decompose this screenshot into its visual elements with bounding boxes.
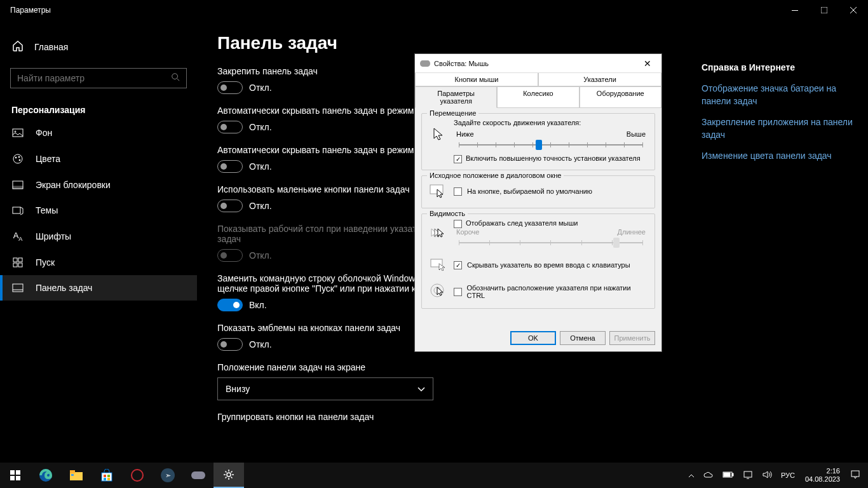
svg-rect-42: [744, 471, 752, 477]
sidebar-item-fonts[interactable]: AA Шрифты: [0, 223, 197, 250]
hide-typing-icon: [428, 255, 449, 275]
sidebar-home[interactable]: Главная: [0, 33, 197, 60]
toggle-state: Откл.: [249, 250, 272, 261]
ctrl-locate-icon: [428, 281, 449, 302]
help-link[interactable]: Изменение цвета панели задач: [702, 150, 860, 163]
toggle-small-buttons[interactable]: [217, 200, 243, 212]
mouse-icon: [420, 60, 430, 67]
sidebar-home-label: Главная: [34, 42, 68, 52]
mouse-properties-dialog: Свойства: Мышь ✕ Кнопки мыши Указатели П…: [414, 53, 662, 352]
home-group-label: Исходное положение в диалоговом окне: [427, 172, 564, 179]
tab-buttons[interactable]: Кнопки мыши: [415, 73, 538, 86]
sidebar-item-label: Фон: [36, 128, 52, 138]
taskbar-disk-app[interactable]: [183, 463, 214, 488]
taskbar-edge[interactable]: [31, 463, 61, 488]
position-dropdown[interactable]: Внизу: [217, 377, 433, 400]
help-title: Справка в Интернете: [702, 62, 860, 72]
sidebar-item-start[interactable]: Пуск: [0, 250, 197, 275]
pointer-speed-slider[interactable]: [454, 139, 648, 151]
lockscreen-icon: [11, 180, 24, 189]
toggle-powershell[interactable]: [217, 299, 243, 311]
toggle-lock-taskbar[interactable]: [217, 81, 243, 94]
dialog-close-button[interactable]: ✕: [639, 57, 656, 70]
sidebar-section-label: Персонализация: [0, 96, 197, 120]
taskbar-store[interactable]: [92, 463, 122, 488]
tab-wheel[interactable]: Колесико: [497, 86, 579, 108]
tray-onedrive-icon[interactable]: [701, 471, 716, 480]
start-icon: [11, 257, 24, 268]
toggle-badges[interactable]: [217, 338, 243, 351]
toggle-state: Откл.: [249, 122, 272, 132]
maximize-button[interactable]: [810, 0, 839, 20]
snap-to-default-label: На кнопке, выбираемой по умолчанию: [467, 187, 592, 195]
snap-to-default-checkbox[interactable]: [454, 187, 462, 196]
tray-overflow-icon[interactable]: [686, 471, 697, 479]
tray-language[interactable]: РУС: [778, 471, 797, 479]
help-link[interactable]: Закрепление приложения на панели задач: [702, 116, 860, 141]
svg-point-7: [15, 131, 16, 132]
close-button[interactable]: [839, 0, 868, 20]
svg-rect-41: [724, 473, 730, 477]
tray-time-text: 2:16: [805, 467, 840, 475]
tray-notifications-icon[interactable]: [848, 470, 863, 481]
tab-hardware[interactable]: Оборудование: [580, 86, 661, 108]
svg-point-10: [18, 156, 20, 158]
taskbar-explorer[interactable]: [61, 463, 92, 488]
hide-typing-label: Скрывать указатель во время ввода с клав…: [467, 261, 630, 269]
picture-icon: [11, 128, 24, 137]
precision-label: Включить повышенную точность установки у…: [466, 154, 641, 162]
svg-rect-26: [16, 470, 20, 475]
sidebar: Главная Персонализация Фон Цвета Экран б…: [0, 20, 197, 463]
taskbar-steam[interactable]: ➣: [153, 463, 183, 488]
svg-rect-28: [16, 476, 20, 480]
pointer-trail-checkbox[interactable]: [454, 220, 462, 228]
svg-rect-15: [13, 258, 17, 262]
toggle-autohide-tablet[interactable]: [217, 160, 243, 173]
tray-network-icon[interactable]: [740, 470, 756, 480]
trail-label: Отображать след указателя мыши: [466, 219, 578, 227]
precision-checkbox[interactable]: [454, 155, 462, 163]
sidebar-item-themes[interactable]: Темы: [0, 198, 197, 223]
svg-rect-19: [13, 284, 23, 292]
sidebar-item-label: Темы: [36, 205, 58, 215]
sidebar-item-background[interactable]: Фон: [0, 120, 197, 146]
svg-rect-25: [10, 470, 15, 475]
tray-clock[interactable]: 2:16 04.08.2023: [801, 467, 844, 484]
svg-rect-35: [107, 475, 110, 477]
start-button[interactable]: [0, 463, 31, 488]
svg-rect-34: [104, 475, 106, 477]
tab-pointer-options[interactable]: Параметры указателя: [415, 86, 497, 108]
search-input[interactable]: [17, 73, 171, 83]
ok-button[interactable]: OK: [510, 331, 556, 345]
sidebar-item-taskbar[interactable]: Панель задач: [0, 275, 197, 301]
titlebar: Параметры: [0, 0, 868, 20]
dialog-titlebar: Свойства: Мышь ✕: [415, 54, 661, 73]
dropdown-value: Внизу: [226, 384, 250, 394]
tray-date-text: 04.08.2023: [805, 475, 840, 484]
svg-line-5: [177, 79, 180, 81]
sidebar-item-lockscreen[interactable]: Экран блокировки: [0, 172, 197, 198]
svg-rect-17: [13, 263, 17, 267]
sidebar-item-colors[interactable]: Цвета: [0, 146, 197, 172]
taskbar-settings[interactable]: [214, 463, 244, 488]
svg-rect-1: [821, 7, 827, 13]
sidebar-item-label: Экран блокировки: [36, 180, 111, 190]
ctrl-locate-checkbox[interactable]: [454, 288, 462, 296]
taskbar: ➣ РУС 2:16 04.08.2023: [0, 463, 868, 488]
toggle-autohide-desktop[interactable]: [217, 121, 243, 133]
tray-battery-icon[interactable]: [720, 471, 736, 479]
sidebar-item-label: Панель задач: [36, 283, 92, 293]
toggle-state: Откл.: [249, 201, 272, 211]
search-box[interactable]: [10, 68, 187, 88]
hide-while-typing-checkbox[interactable]: [454, 261, 462, 269]
search-icon: [171, 72, 180, 84]
tab-pointers[interactable]: Указатели: [538, 73, 661, 86]
cursor-icon: [428, 125, 449, 145]
taskbar-opera[interactable]: [122, 463, 153, 488]
help-link[interactable]: Отображение значка батареи на панели зад…: [702, 83, 860, 107]
fonts-icon: AA: [11, 231, 24, 242]
cancel-button[interactable]: Отмена: [560, 331, 606, 345]
minimize-button[interactable]: [780, 0, 810, 20]
svg-rect-40: [732, 473, 733, 476]
tray-volume-icon[interactable]: [759, 470, 775, 480]
